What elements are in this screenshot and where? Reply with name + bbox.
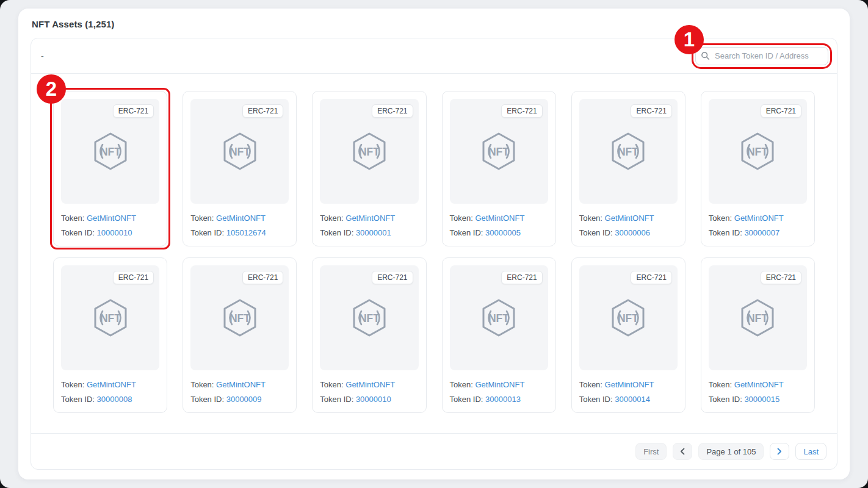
nft-card: ERC-721 NFT Token: GetMintONFT Token ID:… [183,257,297,413]
token-id-link[interactable]: 30000006 [615,228,650,237]
token-line: Token: GetMintONFT [190,380,289,389]
nft-card: ERC-721 NFT Token: GetMintONFT Token ID:… [53,257,167,413]
token-link[interactable]: GetMintONFT [734,380,784,389]
token-id-line: Token ID: 30000008 [61,395,159,404]
annotation-step-2: 2 [37,74,66,104]
nft-image-placeholder: ERC-721 NFT [320,99,418,204]
token-id-link[interactable]: 105012674 [226,228,266,237]
nft-hexagon-icon: NFT [479,131,519,171]
erc721-badge: ERC-721 [372,271,413,284]
token-id-line: Token ID: 30000006 [579,228,678,237]
token-link[interactable]: GetMintONFT [345,380,395,389]
token-link[interactable]: GetMintONFT [475,214,524,223]
nft-card: ERC-721 NFT Token: GetMintONFT Token ID:… [312,91,426,246]
svg-text:NFT: NFT [359,146,380,158]
nft-card: ERC-721 NFT Token: GetMintONFT Token ID:… [571,257,685,413]
token-id-line: Token ID: 105012674 [190,228,289,237]
nft-image-placeholder: ERC-721 NFT [579,99,678,204]
pagination-prev-button[interactable] [673,443,692,460]
token-id-link[interactable]: 30000005 [485,228,521,237]
toolbar-dash: - [41,51,44,61]
token-id-line: Token ID: 10000010 [61,228,159,237]
nft-hexagon-icon: NFT [737,131,778,171]
token-id-line: Token ID: 30000014 [579,395,678,404]
token-link[interactable]: GetMintONFT [734,214,784,223]
erc721-badge: ERC-721 [242,271,283,284]
nft-hexagon-icon: NFT [90,131,131,171]
nft-image-placeholder: ERC-721 NFT [61,265,159,370]
chevron-left-icon [680,448,685,455]
erc721-badge: ERC-721 [501,271,542,284]
token-id-link[interactable]: 30000008 [97,395,132,404]
token-id-link[interactable]: 30000014 [615,395,650,404]
toolbar: - 1 [31,38,837,74]
nft-image-placeholder: ERC-721 NFT [709,99,807,204]
token-line: Token: GetMintONFT [579,214,678,223]
nft-grid: ERC-721 NFT Token: GetMintONFT Token ID:… [31,74,837,433]
token-id-line: Token ID: 30000007 [709,228,807,237]
token-id-link[interactable]: 30000013 [485,395,521,404]
search-wrap: 1 [695,47,828,65]
token-link[interactable]: GetMintONFT [605,380,654,389]
token-line: Token: GetMintONFT [450,214,548,223]
erc721-badge: ERC-721 [113,104,154,118]
token-id-link[interactable]: 30000010 [356,395,391,404]
nft-hexagon-icon: NFT [220,131,260,171]
token-link[interactable]: GetMintONFT [605,214,654,223]
token-id-line: Token ID: 30000010 [320,395,418,404]
token-id-link[interactable]: 30000015 [744,395,779,404]
nft-card: ERC-721 NFT Token: GetMintONFT Token ID:… [312,257,426,413]
token-link[interactable]: GetMintONFT [216,380,266,389]
token-line: Token: GetMintONFT [190,214,289,223]
nft-image-placeholder: ERC-721 NFT [190,265,289,370]
erc721-badge: ERC-721 [372,104,413,118]
page-background: NFT Assets (1,251) - 1 [0,0,868,488]
token-id-link[interactable]: 30000007 [744,228,779,237]
nft-card: ERC-721 NFT Token: GetMintONFT Token ID:… [183,91,297,246]
token-link[interactable]: GetMintONFT [216,214,266,223]
nft-image-placeholder: ERC-721 NFT [61,99,159,204]
svg-text:NFT: NFT [488,312,509,325]
token-link[interactable]: GetMintONFT [345,214,395,223]
page-title: NFT Assets (1,251) [32,19,837,29]
nft-hexagon-icon: NFT [349,298,389,338]
pagination-first-button[interactable]: First [635,443,667,460]
token-id-link[interactable]: 30000001 [356,228,391,237]
nft-image-placeholder: ERC-721 NFT [450,99,548,204]
search-input[interactable] [695,47,828,65]
token-link[interactable]: GetMintONFT [87,214,136,223]
nft-card: ERC-721 NFT Token: GetMintONFT Token ID:… [442,91,556,246]
nft-image-placeholder: ERC-721 NFT [320,265,418,370]
token-line: Token: GetMintONFT [61,214,159,223]
svg-text:NFT: NFT [100,146,121,158]
nft-hexagon-icon: NFT [608,298,648,338]
token-id-link[interactable]: 30000009 [226,395,262,404]
erc721-badge: ERC-721 [631,104,671,118]
pagination-last-button[interactable]: Last [795,443,826,460]
svg-text:NFT: NFT [488,146,509,158]
nft-hexagon-icon: NFT [220,298,260,338]
nft-hexagon-icon: NFT [90,298,131,338]
nft-image-placeholder: ERC-721 NFT [709,265,807,370]
token-line: Token: GetMintONFT [320,380,418,389]
pagination-next-button[interactable] [770,443,789,460]
nft-hexagon-icon: NFT [608,131,648,171]
nft-card: ERC-721 NFT Token: GetMintONFT Token ID:… [53,91,167,246]
nft-hexagon-icon: NFT [349,131,389,171]
token-line: Token: GetMintONFT [61,380,159,389]
token-link[interactable]: GetMintONFT [87,380,136,389]
svg-text:NFT: NFT [747,146,768,158]
pagination-bar: First Page 1 of 105 Last [31,433,837,469]
token-link[interactable]: GetMintONFT [475,380,524,389]
nft-hexagon-icon: NFT [479,298,519,338]
svg-text:NFT: NFT [100,312,121,325]
token-id-link[interactable]: 10000010 [97,228,132,237]
erc721-badge: ERC-721 [631,271,671,284]
erc721-badge: ERC-721 [501,104,542,118]
svg-text:NFT: NFT [618,146,638,158]
svg-text:NFT: NFT [230,146,250,158]
nft-image-placeholder: ERC-721 NFT [579,265,678,370]
svg-text:NFT: NFT [359,312,380,325]
nft-image-placeholder: ERC-721 NFT [450,265,548,370]
nft-hexagon-icon: NFT [737,298,778,338]
